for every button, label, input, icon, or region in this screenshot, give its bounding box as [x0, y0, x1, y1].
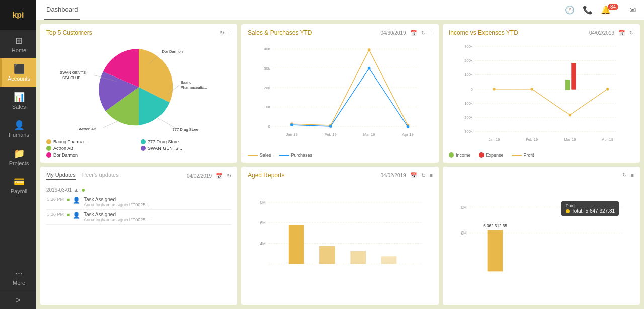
svg-point-54 — [493, 88, 496, 91]
income-expenses-card: Income vs Expenses YTD 04/02/2019 📅 ↻ — [443, 24, 640, 163]
sidebar-item-payroll[interactable]: 💳 Payroll — [0, 171, 36, 199]
refresh-icon[interactable]: ↻ — [421, 172, 426, 179]
calendar-icon[interactable]: 📅 — [410, 172, 417, 179]
svg-point-32 — [368, 67, 371, 70]
legend-item: SWAN GENTS... — [141, 146, 231, 151]
svg-text:Dor Darmon: Dor Darmon — [162, 49, 183, 54]
sidebar-item-humans[interactable]: 👤 Humans — [0, 115, 36, 143]
svg-text:0: 0 — [268, 124, 270, 129]
app-logo: kpi — [0, 0, 36, 30]
svg-text:Pharmaceutic...: Pharmaceutic... — [181, 85, 207, 90]
refresh-icon[interactable]: ↻ — [629, 30, 634, 36]
aged-reports-right-card: ↻ ≡ 8M 6M 6 062 312.65 — [443, 167, 640, 305]
menu-icon[interactable]: ≡ — [430, 30, 433, 36]
dashboard-grid: Top 5 Customers ↻ ≡ — [36, 20, 644, 309]
svg-text:-200k: -200k — [463, 115, 473, 120]
sidebar-item-label: More — [13, 280, 25, 286]
menu-icon[interactable]: ≡ — [631, 172, 634, 178]
sidebar-expand-button[interactable]: > — [0, 291, 36, 309]
legend-item: 777 Drug Store — [141, 139, 231, 144]
card-body: 40k 30k 20k 10k 0 Jan 19 Feb 19 Mar 19 A… — [248, 39, 433, 158]
card-header: Aged Reports 04/02/2019 📅 ↻ ≡ — [248, 172, 433, 179]
svg-point-57 — [606, 88, 609, 91]
email-icon[interactable]: ✉ — [629, 5, 636, 15]
sales-line — [248, 154, 258, 156]
svg-text:Feb 19: Feb 19 — [325, 132, 337, 137]
refresh-icon[interactable]: ↻ — [227, 173, 231, 179]
sidebar: kpi ⊞ Home ⬛ Accounts 📊 Sales 👤 Humans 📁… — [0, 0, 36, 309]
update-title: Task Assigned — [84, 212, 152, 217]
phone-icon[interactable]: 📞 — [583, 5, 593, 15]
svg-rect-52 — [565, 80, 570, 90]
card-header-actions: ↻ ≡ — [220, 30, 231, 36]
card-header: ↻ ≡ — [449, 172, 634, 178]
card-body: 2019-03-01 ▲ ● 3:36 PM ■ 👤 Task Assigned… — [46, 183, 231, 300]
chart-legend: Income Expense Profit — [449, 152, 634, 158]
refresh-icon[interactable]: ↻ — [622, 172, 627, 178]
card-title: Sales & Purchases YTD — [248, 29, 312, 36]
home-icon: ⊞ — [15, 35, 23, 46]
aged-reports-card: Aged Reports 04/02/2019 📅 ↻ ≡ 8M — [242, 167, 439, 305]
user-icon: 👤 — [73, 212, 80, 222]
calendar-icon[interactable]: 📅 — [618, 30, 625, 36]
my-updates-card: My Updates Peer's updates 04/02/2019 📅 ↻… — [40, 167, 237, 305]
card-header: Top 5 Customers ↻ ≡ — [46, 29, 231, 36]
sidebar-item-sales[interactable]: 📊 Sales — [0, 87, 36, 115]
svg-text:200k: 200k — [464, 58, 473, 63]
tab-peers-updates[interactable]: Peer's updates — [82, 172, 119, 180]
svg-text:Baariq: Baariq — [181, 80, 192, 85]
svg-text:6 062 312.65: 6 062 312.65 — [483, 224, 507, 228]
update-color-indicator: ■ — [67, 212, 70, 222]
svg-point-28 — [368, 48, 371, 51]
svg-point-30 — [290, 123, 293, 126]
sidebar-item-home[interactable]: ⊞ Home — [0, 30, 36, 58]
sidebar-item-projects[interactable]: 📁 Projects — [0, 143, 36, 171]
clock-icon[interactable]: 🕐 — [565, 5, 575, 15]
svg-text:-300k: -300k — [463, 129, 473, 134]
aged-reports-right-body: 8M 6M 6 062 312.65 Paid Total: 5 647 327… — [449, 181, 634, 300]
topbar-icons: 🕐 📞 🔔84 ✉ — [565, 5, 636, 15]
svg-text:Apr-19: Apr-19 — [602, 137, 613, 142]
topbar: Dashboard 🕐 📞 🔔84 ✉ — [36, 0, 644, 20]
update-desc: Anna Ingham assigned "T0025 -... — [84, 217, 152, 222]
income-dot — [449, 152, 454, 158]
svg-text:Jan-19: Jan-19 — [488, 137, 500, 142]
card-header-actions: 04/30/2019 📅 ↻ ≡ — [381, 30, 433, 36]
expand-icon[interactable]: ▲ — [74, 187, 79, 193]
update-color-indicator: ■ — [67, 197, 70, 207]
card-title: Top 5 Customers — [46, 29, 92, 36]
card-header-actions: ↻ ≡ — [622, 172, 634, 178]
refresh-icon[interactable]: ↻ — [220, 30, 224, 36]
svg-rect-66 — [319, 246, 335, 264]
card-title: Aged Reports — [248, 172, 284, 179]
date-label: 04/30/2019 — [381, 30, 406, 36]
card-header: My Updates Peer's updates 04/02/2019 📅 ↻ — [46, 172, 231, 180]
tab-my-updates[interactable]: My Updates — [46, 172, 76, 180]
svg-text:Apr 19: Apr 19 — [402, 132, 414, 137]
svg-text:777 Drug Store: 777 Drug Store — [173, 127, 199, 132]
refresh-icon[interactable]: ↻ — [421, 30, 426, 36]
accounts-icon: ⬛ — [14, 63, 25, 74]
legend-item: Actron AB — [46, 146, 137, 151]
menu-icon[interactable]: ≡ — [430, 172, 433, 178]
calendar-icon[interactable]: 📅 — [410, 30, 417, 36]
status-dot: ● — [81, 186, 85, 194]
notification-icon[interactable]: 🔔84 — [601, 5, 621, 15]
update-date-group: 2019-03-01 ▲ ● — [46, 186, 231, 194]
svg-text:-100k: -100k — [463, 101, 473, 106]
main-content: Dashboard 🕐 📞 🔔84 ✉ Top 5 Customers ↻ ≡ — [36, 0, 644, 309]
legend-item-income: Income — [449, 152, 471, 158]
svg-rect-68 — [381, 256, 397, 264]
calendar-icon[interactable]: 📅 — [216, 173, 223, 179]
svg-rect-67 — [350, 251, 366, 264]
svg-text:SPA CLUB: SPA CLUB — [62, 75, 81, 80]
card-body: Dor Darmon Baariq Pharmaceutic... SWAN G… — [46, 39, 231, 158]
purchases-line — [279, 154, 289, 156]
dashboard-tab[interactable]: Dashboard — [44, 0, 80, 20]
sidebar-item-more[interactable]: ··· More — [0, 263, 36, 291]
card-title: Income vs Expenses YTD — [449, 29, 518, 36]
menu-icon[interactable]: ≡ — [228, 30, 231, 36]
svg-text:300k: 300k — [464, 44, 473, 49]
sidebar-item-accounts[interactable]: ⬛ Accounts — [0, 58, 36, 87]
sidebar-item-label: Projects — [9, 160, 29, 166]
